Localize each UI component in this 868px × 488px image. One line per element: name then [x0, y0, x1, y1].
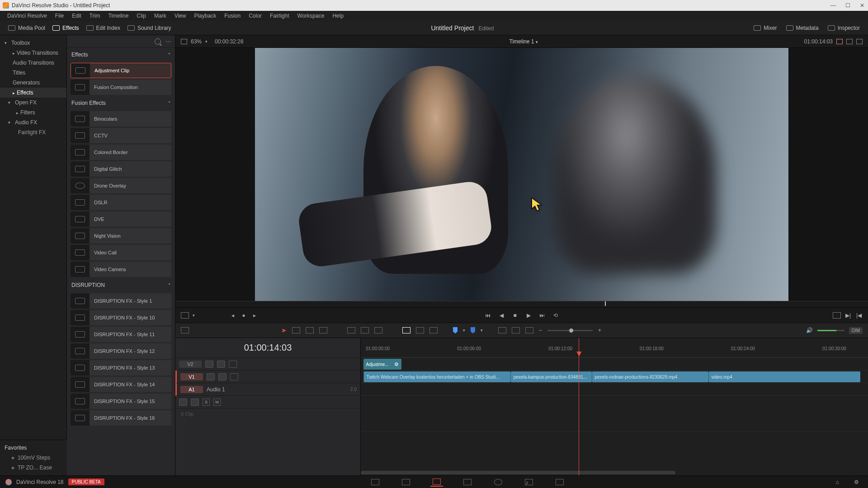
- timeline-timecode[interactable]: 01:00:14:03: [175, 338, 360, 358]
- full-extent-icon[interactable]: [833, 312, 841, 319]
- monitor-volume-slider[interactable]: [817, 330, 844, 331]
- flag-icon[interactable]: [471, 327, 475, 333]
- play-button[interactable]: ▶: [525, 312, 532, 319]
- track-name[interactable]: A1: [180, 386, 203, 393]
- toolbox-openfx[interactable]: Open FX: [0, 98, 66, 108]
- timeline-zoom-slider[interactable]: [547, 330, 593, 331]
- dynamic-trim-icon[interactable]: [306, 327, 314, 333]
- toolbox-audiofx[interactable]: Audio FX: [0, 117, 66, 127]
- toolbox-titles[interactable]: Titles: [0, 68, 66, 78]
- next-edit-icon[interactable]: ▸: [251, 312, 258, 319]
- audio-area[interactable]: [361, 396, 868, 432]
- edit-page-button[interactable]: [430, 478, 443, 487]
- toolbox-effects[interactable]: Effects: [0, 88, 66, 98]
- toolbox-video-transitions[interactable]: Video Transitions: [0, 48, 66, 58]
- deliver-page-button[interactable]: [553, 478, 566, 487]
- clip-video-4[interactable]: video.mp4: [708, 371, 861, 382]
- dim-button[interactable]: DIM: [849, 327, 863, 334]
- loop-button[interactable]: ⟲: [552, 312, 559, 319]
- maximize-button[interactable]: ☐: [844, 2, 851, 9]
- menu-edit[interactable]: Edit: [68, 12, 85, 20]
- go-to-end-button[interactable]: ⏭: [538, 312, 546, 319]
- auto-select-icon[interactable]: [217, 361, 225, 368]
- prev-clip-button[interactable]: |◀: [855, 312, 863, 319]
- fx-disruption-16[interactable]: DISRUPTION FX - Style 16: [71, 410, 171, 426]
- disable-video-icon[interactable]: [229, 361, 237, 368]
- expand-viewer-icon[interactable]: [856, 39, 863, 44]
- match-frame-icon[interactable]: [181, 312, 189, 319]
- toolbox-root[interactable]: Toolbox: [0, 38, 66, 48]
- menu-help[interactable]: Help: [329, 12, 347, 20]
- playhead[interactable]: [579, 338, 579, 475]
- solo-button[interactable]: S: [203, 399, 210, 406]
- fx-binoculars[interactable]: Binoculars: [71, 111, 171, 127]
- track-name[interactable]: V1: [180, 373, 203, 380]
- track-row-a1[interactable]: [361, 383, 868, 396]
- edit-index-button[interactable]: Edit Index: [83, 23, 124, 33]
- menu-fairlight[interactable]: Fairlight: [266, 12, 293, 20]
- cut-page-button[interactable]: [400, 478, 412, 487]
- color-page-button[interactable]: [492, 478, 505, 487]
- auto-select-icon[interactable]: [191, 399, 199, 406]
- track-name[interactable]: V2: [179, 361, 202, 368]
- disruption-section-header[interactable]: DISRUPTION˄: [67, 278, 175, 292]
- inspector-button[interactable]: Inspector: [824, 23, 863, 33]
- fx-night-vision[interactable]: Night Vision: [71, 228, 171, 244]
- position-lock-icon[interactable]: [429, 327, 438, 333]
- disable-video-icon[interactable]: [230, 373, 238, 380]
- fx-digital-glitch[interactable]: Digital Glitch: [71, 161, 171, 177]
- menu-davinci-resolve[interactable]: DaVinci Resolve: [4, 12, 51, 20]
- favorite-item[interactable]: ★100mV Steps: [0, 453, 67, 463]
- play-reverse-button[interactable]: ◀: [498, 312, 505, 319]
- snapping-icon[interactable]: [402, 327, 410, 333]
- close-button[interactable]: ✕: [859, 2, 865, 9]
- minimize-button[interactable]: —: [830, 2, 836, 9]
- menu-view[interactable]: View: [171, 12, 190, 20]
- clip-adjustment[interactable]: Adjustme...⚙: [363, 359, 401, 370]
- project-settings-button[interactable]: ⚙: [850, 478, 863, 487]
- fx-adjustment-clip[interactable]: Adjustment Clip: [71, 63, 171, 78]
- menu-file[interactable]: File: [52, 12, 67, 20]
- fx-video-camera[interactable]: Video Camera: [71, 262, 171, 277]
- detail-zoom-icon[interactable]: [498, 327, 506, 333]
- options-icon[interactable]: ⋯: [165, 38, 171, 45]
- favorite-item[interactable]: ★TP ZO... Ease: [0, 463, 67, 473]
- mute-button[interactable]: M: [213, 399, 221, 406]
- fx-disruption-10[interactable]: DISRUPTION FX - Style 10: [71, 310, 171, 325]
- blade-tool-icon[interactable]: [319, 327, 327, 333]
- menu-playback[interactable]: Playback: [190, 12, 220, 20]
- bypass-icon[interactable]: [836, 39, 843, 44]
- track-row-v1[interactable]: Twitch Webcam Overlay kostenlos herunter…: [361, 371, 868, 383]
- sound-library-button[interactable]: Sound Library: [124, 23, 175, 33]
- home-button[interactable]: ⌂: [831, 478, 844, 487]
- toolbox-filters[interactable]: Filters: [0, 108, 66, 117]
- chevron-down-icon[interactable]: ▾: [463, 328, 465, 333]
- prev-edit-icon[interactable]: ◂: [229, 312, 236, 319]
- fx-dve[interactable]: DVE: [71, 211, 171, 227]
- fairlight-page-button[interactable]: ♪: [523, 478, 535, 487]
- effects-section-header[interactable]: Effects˄: [67, 48, 175, 61]
- media-page-button[interactable]: [369, 478, 382, 487]
- clip-video-1[interactable]: Twitch Webcam Overlay kostenlos herunter…: [363, 371, 510, 382]
- lock-track-icon[interactable]: [207, 373, 215, 380]
- metadata-button[interactable]: Metadata: [783, 23, 822, 33]
- lock-track-icon[interactable]: [179, 399, 187, 406]
- timeline-view-options-icon[interactable]: [181, 327, 189, 333]
- menu-clip[interactable]: Clip: [133, 12, 150, 20]
- viewer[interactable]: [175, 48, 868, 301]
- custom-zoom-icon[interactable]: [512, 327, 520, 333]
- clip-video-2[interactable]: pexels-kampus-production-834891...: [510, 371, 592, 382]
- fx-fusion-composition[interactable]: Fusion Composition: [71, 80, 171, 95]
- replace-clip-icon[interactable]: [374, 327, 382, 333]
- trim-tool-icon[interactable]: [292, 327, 300, 333]
- track-head-v1[interactable]: V1: [175, 371, 360, 383]
- fx-disruption-14[interactable]: DISRUPTION FX - Style 14: [71, 377, 171, 392]
- menu-trim[interactable]: Trim: [86, 12, 104, 20]
- fusion-page-button[interactable]: [461, 478, 474, 487]
- fx-dslr[interactable]: DSLR: [71, 195, 171, 210]
- toolbox-fairlightfx[interactable]: Fairlight FX: [0, 127, 66, 137]
- full-zoom-icon[interactable]: [525, 327, 533, 333]
- single-viewer-icon[interactable]: [846, 39, 853, 44]
- timeline-selector[interactable]: Timeline 1▾: [249, 38, 798, 45]
- fx-disruption-11[interactable]: DISRUPTION FX - Style 11: [71, 327, 171, 342]
